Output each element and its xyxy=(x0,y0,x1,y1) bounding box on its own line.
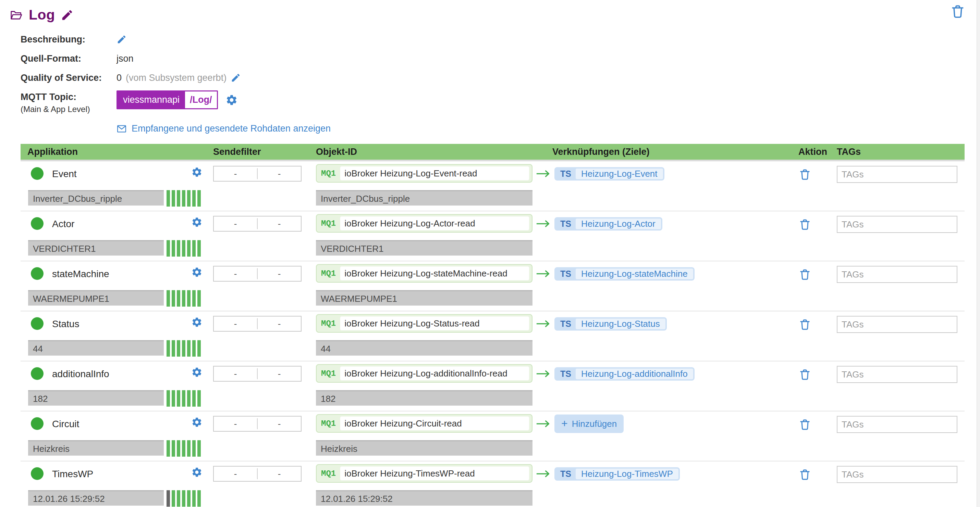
target-chip[interactable]: TS Heizung-Log-TimesWP xyxy=(554,467,680,481)
object-id-input[interactable] xyxy=(340,416,530,431)
table-row-additionalinfo: additionalInfo 182 MQ1 182 TS xyxy=(21,361,964,412)
col-sendefilter: Sendefilter xyxy=(213,146,316,157)
sendefilter-min-input[interactable] xyxy=(214,467,257,481)
gear-icon[interactable] xyxy=(191,167,202,178)
col-verknuepfungen: Verknüpfungen (Ziele) xyxy=(539,146,795,157)
sendefilter-min-input[interactable] xyxy=(214,316,257,331)
gear-icon[interactable] xyxy=(191,267,202,278)
sendefilter-max-input[interactable] xyxy=(258,267,301,281)
target-chip[interactable]: TS Heizung-Log-stateMachine xyxy=(554,267,695,281)
gear-icon[interactable] xyxy=(191,367,202,378)
target-badge: TS xyxy=(556,369,576,379)
tags-input[interactable] xyxy=(837,216,958,233)
application-value: VERDICHTER1 xyxy=(28,240,164,256)
target-link[interactable]: Heizung-Log-Status xyxy=(576,319,665,329)
object-id-input[interactable] xyxy=(340,466,530,481)
trash-icon[interactable] xyxy=(799,317,811,332)
tags-input[interactable] xyxy=(837,266,958,283)
sendefilter-box xyxy=(213,466,302,482)
target-chip[interactable]: TS Heizung-Log-additionalInfo xyxy=(554,367,695,381)
application-value: 12.01.26 15:29:52 xyxy=(28,490,164,505)
tags-input[interactable] xyxy=(837,316,958,333)
object-value: 44 xyxy=(316,340,533,356)
target-link[interactable]: Heizung-Log-TimesWP xyxy=(576,469,678,479)
trash-icon[interactable] xyxy=(799,417,811,432)
source-badge: MQ1 xyxy=(321,319,336,328)
status-dot xyxy=(31,417,43,430)
sendefilter-max-input[interactable] xyxy=(258,367,301,381)
target-chip[interactable]: TS Heizung-Log-Status xyxy=(554,317,667,331)
edit-beschreibung-pencil-icon[interactable] xyxy=(116,34,127,45)
sendefilter-min-input[interactable] xyxy=(214,267,257,281)
sendefilter-max-input[interactable] xyxy=(258,316,301,331)
object-id-input[interactable] xyxy=(340,166,530,181)
vertical-scrollbar[interactable] xyxy=(977,0,980,507)
target-link[interactable]: Heizung-Log-Actor xyxy=(576,219,661,229)
qos-label: Quality of Service: xyxy=(21,71,116,84)
object-value: 182 xyxy=(316,390,533,405)
status-dot xyxy=(31,467,43,480)
edit-qos-pencil-icon[interactable] xyxy=(231,73,241,83)
sendefilter-min-input[interactable] xyxy=(214,416,257,431)
trash-icon[interactable] xyxy=(799,217,811,232)
object-id-box: MQ1 xyxy=(316,164,533,183)
beschreibung-label: Beschreibung: xyxy=(21,33,116,46)
gear-icon[interactable] xyxy=(191,316,202,328)
sendefilter-max-input[interactable] xyxy=(258,167,301,181)
sendefilter-max-input[interactable] xyxy=(258,416,301,431)
trash-icon[interactable] xyxy=(799,367,811,382)
history-bars xyxy=(167,340,201,357)
raw-data-link[interactable]: Empfangene und gesendete Rohdaten anzeig… xyxy=(116,123,331,134)
edit-title-pencil-icon[interactable] xyxy=(60,9,74,22)
target-link[interactable]: Heizung-Log-Event xyxy=(576,168,663,179)
source-badge: MQ1 xyxy=(321,469,336,478)
sendefilter-min-input[interactable] xyxy=(214,167,257,181)
gear-icon[interactable] xyxy=(191,416,202,428)
application-value: Heizkreis xyxy=(28,440,164,456)
tags-input[interactable] xyxy=(837,366,958,383)
object-value: Heizkreis xyxy=(316,440,533,456)
trash-icon[interactable] xyxy=(799,467,811,482)
object-id-input[interactable] xyxy=(340,216,530,230)
object-id-input[interactable] xyxy=(340,266,530,281)
status-dot xyxy=(31,167,43,180)
beschreibung-row: Beschreibung: xyxy=(21,33,331,46)
application-name: additionalInfo xyxy=(52,369,109,380)
object-value: 12.01.26 15:29:52 xyxy=(316,490,533,505)
gear-icon[interactable] xyxy=(191,467,202,478)
target-link[interactable]: Heizung-Log-additionalInfo xyxy=(576,369,693,379)
target-chip[interactable]: TS Heizung-Log-Event xyxy=(554,167,664,181)
tags-input[interactable] xyxy=(837,416,958,433)
sendefilter-min-input[interactable] xyxy=(214,367,257,381)
sendefilter-max-input[interactable] xyxy=(258,467,301,481)
sendefilter-box xyxy=(213,416,302,432)
add-target-button[interactable]: + Hinzufügen xyxy=(554,415,624,433)
application-name: Actor xyxy=(52,219,74,229)
trash-icon[interactable] xyxy=(799,267,811,282)
mqtt-topic-gear-icon[interactable] xyxy=(226,94,238,106)
source-badge: MQ1 xyxy=(321,269,336,278)
table-row-circuit: Circuit Heizkreis MQ1 Heizkreis + xyxy=(21,412,964,461)
application-name: Status xyxy=(52,319,79,329)
sendefilter-max-input[interactable] xyxy=(258,216,301,231)
source-badge: MQ1 xyxy=(321,419,336,428)
table-row-status: Status 44 MQ1 44 TS Heizung xyxy=(21,312,964,361)
qos-value: 0 xyxy=(116,73,122,83)
tags-input[interactable] xyxy=(837,166,958,183)
gear-icon[interactable] xyxy=(191,216,202,228)
raw-data-link-label: Empfangene und gesendete Rohdaten anzeig… xyxy=(132,123,331,134)
trash-icon[interactable] xyxy=(799,167,811,182)
object-id-input[interactable] xyxy=(340,316,530,331)
history-bars xyxy=(167,440,201,457)
object-id-input[interactable] xyxy=(340,366,530,381)
folder-open-icon xyxy=(9,9,23,21)
sendefilter-min-input[interactable] xyxy=(214,216,257,231)
target-chip[interactable]: TS Heizung-Log-Actor xyxy=(554,217,662,230)
target-link[interactable]: Heizung-Log-stateMachine xyxy=(576,269,693,279)
sendefilter-box xyxy=(213,316,302,332)
mqtt-topic-widget[interactable]: viessmannapi /Log/ xyxy=(116,91,218,109)
target-badge: TS xyxy=(556,269,576,279)
delete-subsystem-trash-icon[interactable] xyxy=(950,3,966,20)
tags-input[interactable] xyxy=(837,466,958,483)
col-tags: TAGs xyxy=(834,146,964,157)
